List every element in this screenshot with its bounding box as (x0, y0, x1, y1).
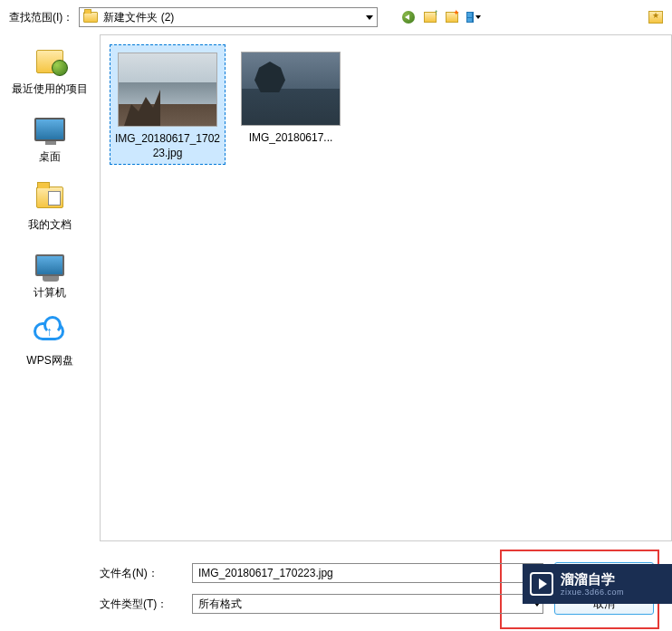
look-in-dropdown[interactable]: 新建文件夹 (2) (79, 7, 378, 27)
file-item[interactable]: IMG_20180617_170223.jpg (110, 44, 226, 165)
back-button[interactable] (401, 10, 416, 24)
up-icon (424, 12, 437, 23)
sidebar-item-label: 计算机 (34, 285, 66, 301)
watermark-title: 溜溜自学 (561, 571, 624, 588)
file-item[interactable]: IMG_20180617... (233, 44, 349, 149)
chevron-down-icon (366, 15, 373, 20)
sidebar-item-recent[interactable]: 最近使用的项目 (0, 45, 100, 97)
sidebar-item-label: 最近使用的项目 (12, 81, 88, 97)
file-type-value: 所有格式 (198, 597, 242, 612)
cloud-icon (34, 317, 66, 349)
sidebar-item-label: WPS网盘 (26, 353, 72, 368)
main-area: 最近使用的项目 桌面 我的文档 计算机 WPS网盘 IMG_20180617_1… (0, 34, 672, 541)
computer-icon (34, 249, 66, 282)
file-thumbnail (241, 52, 341, 126)
sidebar-item-desktop[interactable]: 桌面 (0, 113, 100, 165)
file-name-input[interactable]: IMG_20180617_170223.jpg (192, 563, 543, 583)
file-type-dropdown[interactable]: 所有格式 (192, 594, 543, 614)
sidebar-item-documents[interactable]: 我的文档 (0, 181, 100, 233)
favorites-button[interactable] (648, 11, 663, 24)
toolbar-icons (401, 10, 481, 24)
watermark-overlay: 溜溜自学 zixue.3d66.com (523, 564, 672, 604)
sidebar-item-computer[interactable]: 计算机 (0, 249, 100, 301)
current-folder-name: 新建文件夹 (2) (103, 10, 174, 25)
view-grid-icon (466, 12, 474, 23)
file-name-label: 文件名(N)： (100, 566, 181, 581)
file-list-view[interactable]: IMG_20180617_170223.jpg IMG_20180617... (100, 34, 672, 541)
desktop-icon (34, 113, 66, 146)
look-in-label: 查找范围(I)： (9, 10, 73, 25)
new-folder-icon (446, 12, 458, 23)
back-icon (402, 11, 415, 24)
file-thumbnail (118, 53, 217, 127)
chevron-down-icon (475, 15, 481, 19)
watermark-url: zixue.3d66.com (561, 588, 624, 598)
file-name: IMG_20180617... (236, 131, 345, 146)
up-one-level-button[interactable] (423, 10, 437, 24)
documents-icon (34, 181, 66, 214)
sidebar-item-wps-cloud[interactable]: WPS网盘 (0, 317, 100, 368)
view-menu-button[interactable] (466, 10, 481, 24)
sidebar-item-label: 桌面 (39, 149, 61, 165)
sidebar-item-label: 我的文档 (28, 217, 72, 233)
file-name: IMG_20180617_170223.jpg (114, 132, 221, 160)
folder-icon (83, 12, 98, 23)
file-type-label: 文件类型(T)： (100, 597, 181, 612)
new-folder-button[interactable] (445, 10, 459, 24)
play-icon (530, 572, 553, 596)
places-sidebar: 最近使用的项目 桌面 我的文档 计算机 WPS网盘 (0, 34, 100, 541)
file-name-value: IMG_20180617_170223.jpg (198, 567, 333, 579)
recent-icon (34, 45, 66, 78)
top-bar: 查找范围(I)： 新建文件夹 (2) (0, 0, 672, 34)
